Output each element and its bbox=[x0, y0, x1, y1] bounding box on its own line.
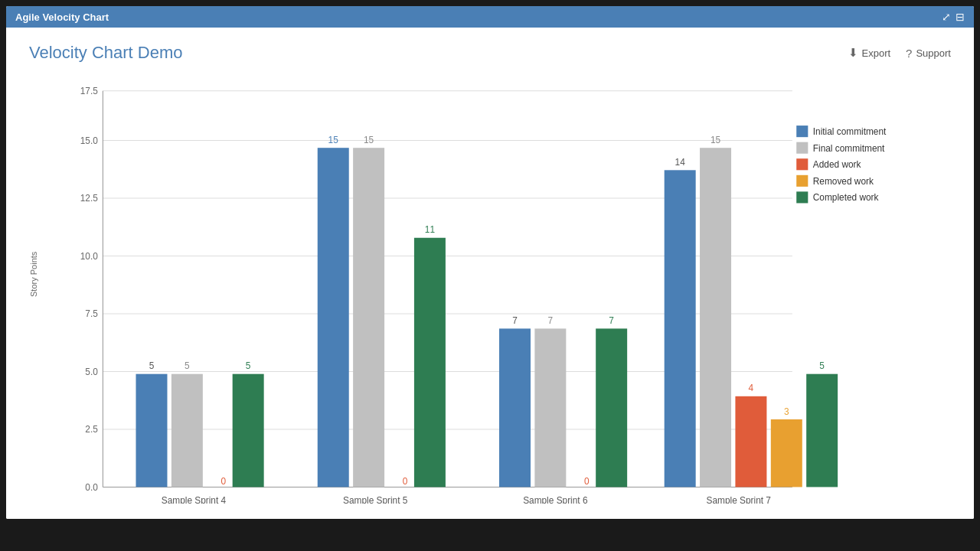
svg-text:4: 4 bbox=[749, 383, 754, 393]
svg-text:10.0: 10.0 bbox=[80, 251, 98, 262]
bar-sprint4-final bbox=[172, 374, 203, 487]
svg-text:5: 5 bbox=[185, 360, 190, 371]
svg-text:0: 0 bbox=[584, 476, 590, 487]
svg-text:5.0: 5.0 bbox=[85, 367, 98, 377]
svg-text:7: 7 bbox=[512, 315, 518, 326]
svg-text:7.5: 7.5 bbox=[85, 308, 98, 319]
support-button[interactable]: ? Support bbox=[906, 47, 951, 60]
legend-swatch-final bbox=[796, 142, 808, 154]
bar-sprint4-initial bbox=[136, 374, 167, 487]
page-title: Velocity Chart Demo bbox=[29, 43, 183, 63]
bar-sprint5-initial bbox=[318, 148, 349, 487]
legend-label-added: Added work bbox=[813, 159, 861, 170]
chart-area: Story Points 0.0 bbox=[29, 75, 951, 504]
svg-text:12.5: 12.5 bbox=[80, 193, 98, 204]
header-actions: ⬇ Export ? Support bbox=[848, 46, 951, 60]
bar-sprint7-added bbox=[735, 396, 766, 487]
svg-text:Sample Sprint 5: Sample Sprint 5 bbox=[343, 495, 408, 504]
window-title: Agile Velocity Chart bbox=[15, 11, 109, 23]
bar-sprint4-completed bbox=[233, 374, 264, 487]
legend-label-initial: Initial commitment bbox=[813, 126, 887, 137]
svg-text:0: 0 bbox=[403, 476, 408, 487]
svg-text:15: 15 bbox=[710, 135, 721, 145]
bar-sprint5-completed bbox=[414, 238, 446, 487]
legend-label-completed: Completed work bbox=[813, 192, 879, 203]
svg-text:3: 3 bbox=[784, 406, 789, 417]
legend-swatch-removed bbox=[796, 175, 808, 187]
svg-text:15.0: 15.0 bbox=[80, 135, 98, 146]
bar-sprint7-completed bbox=[806, 374, 838, 487]
svg-text:15: 15 bbox=[328, 135, 339, 145]
app-window: Agile Velocity Chart ⤢ ⊟ Velocity Chart … bbox=[6, 6, 974, 519]
chart-inner: 0.0 2.5 5.0 7.5 10.0 12.5 15.0 17.5 bbox=[47, 75, 951, 504]
bar-sprint7-removed bbox=[771, 419, 802, 487]
svg-text:2.5: 2.5 bbox=[85, 424, 98, 435]
svg-text:5: 5 bbox=[246, 360, 251, 371]
legend-label-removed: Removed work bbox=[813, 176, 874, 187]
y-axis-label: Story Points bbox=[29, 75, 44, 504]
legend-swatch-completed bbox=[796, 191, 808, 203]
move-icon[interactable]: ⤢ bbox=[942, 11, 951, 23]
header-row: Velocity Chart Demo ⬇ Export ? Support bbox=[29, 43, 951, 63]
svg-text:Sample Sprint 7: Sample Sprint 7 bbox=[707, 495, 771, 504]
svg-text:11: 11 bbox=[425, 224, 436, 235]
bar-sprint6-completed bbox=[596, 328, 627, 487]
svg-text:17.5: 17.5 bbox=[80, 86, 98, 96]
support-icon: ? bbox=[906, 47, 912, 60]
page-content: Velocity Chart Demo ⬇ Export ? Support S… bbox=[6, 28, 974, 519]
svg-text:14: 14 bbox=[675, 157, 686, 168]
svg-text:15: 15 bbox=[364, 135, 374, 145]
legend-swatch-initial bbox=[796, 126, 808, 137]
svg-text:5: 5 bbox=[149, 360, 155, 371]
svg-text:0: 0 bbox=[220, 476, 226, 487]
export-icon: ⬇ bbox=[848, 46, 858, 60]
legend-label-final: Final commitment bbox=[813, 143, 885, 154]
legend-swatch-added bbox=[796, 158, 808, 170]
window-controls: ⤢ ⊟ bbox=[942, 11, 965, 23]
velocity-chart-svg: 0.0 2.5 5.0 7.5 10.0 12.5 15.0 17.5 bbox=[47, 83, 951, 504]
svg-text:5: 5 bbox=[819, 360, 825, 371]
bar-sprint6-final bbox=[534, 328, 566, 487]
bar-sprint7-final bbox=[700, 148, 731, 487]
svg-text:7: 7 bbox=[548, 315, 554, 326]
svg-text:0.0: 0.0 bbox=[85, 482, 98, 493]
export-button[interactable]: ⬇ Export bbox=[848, 46, 891, 60]
bar-sprint7-initial bbox=[665, 170, 696, 487]
support-label: Support bbox=[916, 47, 951, 59]
restore-icon[interactable]: ⊟ bbox=[956, 11, 965, 23]
svg-text:Sample Sprint 6: Sample Sprint 6 bbox=[523, 495, 588, 504]
svg-text:7: 7 bbox=[609, 315, 614, 326]
bar-sprint6-initial bbox=[499, 328, 531, 487]
export-label: Export bbox=[862, 47, 891, 59]
bar-sprint5-final bbox=[353, 148, 384, 487]
title-bar: Agile Velocity Chart ⤢ ⊟ bbox=[6, 6, 974, 28]
svg-text:Sample Sprint 4: Sample Sprint 4 bbox=[162, 495, 227, 504]
